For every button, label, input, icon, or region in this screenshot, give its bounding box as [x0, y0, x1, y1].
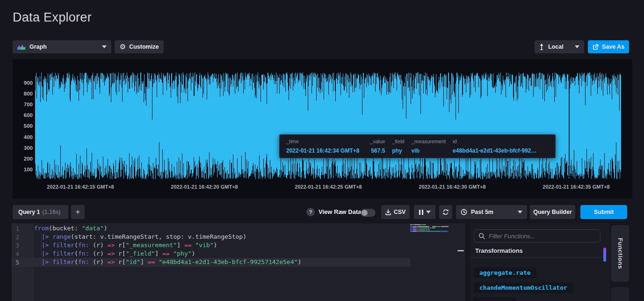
time-range-dropdown[interactable]: Past 5m	[456, 205, 527, 219]
refresh-button[interactable]	[439, 205, 452, 219]
chevron-down-icon	[426, 211, 431, 213]
add-query-button[interactable]: +	[71, 205, 85, 219]
graph-chart-icon	[17, 44, 25, 50]
tooltip-field-column: _field phy	[392, 139, 404, 154]
code-token: )	[104, 225, 108, 232]
code-line-3[interactable]: |> filter(fn: (r) => r["_measurement"] =…	[34, 242, 217, 250]
pause-icon	[419, 210, 423, 215]
y-tick-label: 200	[14, 155, 33, 162]
tooltip-id-value: e48bd4a1-e2d1-43eb-bfcf-992…	[453, 147, 549, 154]
y-tick-label: 300	[14, 145, 33, 151]
code-line-4[interactable]: |> filter(fn: (r) => r["_field"] == "phy…	[34, 250, 195, 258]
csv-label: CSV	[394, 209, 406, 215]
minimap-row	[410, 231, 448, 232]
filter-functions-input[interactable]	[489, 233, 596, 240]
code-token: r[	[115, 258, 125, 265]
query-tab-duration: (1.16s)	[43, 209, 61, 215]
code-token: )	[192, 250, 195, 257]
function-chip-partial[interactable]	[474, 297, 516, 301]
page-title: Data Explorer	[13, 10, 92, 25]
code-token: (r)	[89, 250, 107, 257]
code-token: )	[214, 242, 217, 249]
code-token: =>	[108, 258, 115, 265]
code-token: fn:	[78, 258, 89, 265]
tooltip-time-value: 2022-01-21 16:42:34 GMT+8	[286, 147, 359, 154]
code-token: ==	[148, 258, 155, 265]
tooltip-field-header: _field	[392, 139, 404, 144]
code-line-1[interactable]: from(bucket: "data")	[34, 225, 108, 233]
save-as-button[interactable]: Save As	[588, 40, 629, 53]
x-tick-label: 2022-01-21 16:42:20 GMT+8	[153, 184, 256, 190]
download-csv-button[interactable]: CSV	[381, 205, 410, 219]
code-token: "_field"	[126, 250, 155, 257]
code-token	[155, 258, 159, 265]
timezone-label: Local	[548, 44, 564, 50]
visualization-type-dropdown[interactable]: Graph	[13, 40, 111, 53]
chart-panel[interactable]: 900800700600500400300200100 2022-01-21 1…	[13, 59, 632, 198]
minimap-row	[410, 229, 430, 230]
filter-functions-search[interactable]	[474, 229, 601, 242]
code-token: r[	[115, 250, 125, 257]
search-icon	[478, 233, 485, 239]
tab-functions[interactable]: Functions	[611, 225, 629, 282]
section-divider	[470, 257, 603, 257]
y-tick-label: 100	[14, 166, 33, 173]
toggle-knob	[362, 210, 368, 216]
code-token: filter	[52, 250, 74, 257]
code-token: |>	[42, 233, 52, 240]
function-chip-chandemomentumoscillator[interactable]: chandeMomentumOscillator	[474, 282, 573, 293]
code-token: ==	[162, 250, 170, 257]
function-chip-aggregate-rate[interactable]: aggregate.rate	[474, 267, 536, 278]
panel-resize-handle[interactable]	[457, 250, 464, 251]
time-series-chart[interactable]	[35, 70, 621, 181]
customize-button[interactable]: ⚙ Customize	[115, 40, 164, 53]
query-tab-name: Query 1	[18, 209, 40, 215]
code-line-2[interactable]: |> range(start: v.timeRangeStart, stop: …	[34, 233, 246, 242]
time-range-label: Past 5m	[471, 209, 493, 215]
code-token: ]	[155, 250, 162, 257]
submit-button[interactable]: Submit	[580, 205, 627, 219]
timezone-pin-icon	[539, 44, 544, 50]
tab-partial[interactable]	[611, 287, 629, 301]
chevron-down-icon	[102, 45, 107, 48]
code-token: )	[298, 258, 302, 265]
tooltip-measurement-value: vib	[412, 147, 446, 154]
clock-icon	[461, 209, 467, 215]
code-token: filter	[52, 242, 74, 249]
code-token: ==	[184, 242, 192, 249]
functions-panel: Transformations aggregate.ratechandeMome…	[470, 223, 610, 301]
code-token: "_measurement"	[126, 242, 177, 249]
code-token: from	[34, 225, 49, 232]
tooltip-id-column: id e48bd4a1-e2d1-43eb-bfcf-992…	[453, 139, 549, 154]
tooltip-value-header: _value	[366, 139, 385, 144]
functions-scrollbar[interactable]	[603, 248, 606, 262]
minimap-row	[410, 224, 427, 225]
pause-button[interactable]	[414, 205, 435, 219]
code-token: fn:	[78, 242, 89, 249]
line-number: 3	[12, 242, 19, 250]
code-token	[34, 242, 42, 249]
code-line-5[interactable]: |> filter(fn: (r) => r["id"] == "e48bd4a…	[34, 258, 301, 267]
code-token: |>	[42, 258, 52, 265]
minimap-row	[410, 228, 436, 228]
code-token: range	[52, 233, 71, 240]
view-raw-data-toggle[interactable]	[361, 209, 376, 217]
data-gap	[569, 73, 570, 177]
editor-minimap[interactable]	[410, 224, 462, 235]
help-question-icon[interactable]: ?	[306, 208, 315, 216]
y-tick-label: 800	[14, 90, 33, 97]
code-token: "e48bd4a1-e2d1-43eb-bfcf-99257142e5e4"	[159, 258, 297, 265]
code-token: "phy"	[173, 250, 191, 257]
timezone-dropdown[interactable]: Local	[535, 40, 584, 53]
chevron-down-icon	[518, 211, 522, 213]
minimap-row	[410, 226, 449, 227]
x-tick-label: 2022-01-21 16:42:15 GMT+8	[29, 184, 132, 190]
export-icon	[593, 44, 599, 50]
code-token: (start: v.timeRangeStart, stop: v.timeRa…	[71, 233, 246, 240]
code-token: "data"	[82, 225, 104, 232]
query-tab[interactable]: Query 1 (1.16s)	[13, 205, 68, 219]
series-vib-phy	[36, 73, 621, 179]
query-builder-button[interactable]: Query Builder	[530, 205, 575, 219]
code-token: filter	[52, 258, 74, 265]
code-token: fn:	[78, 250, 89, 257]
